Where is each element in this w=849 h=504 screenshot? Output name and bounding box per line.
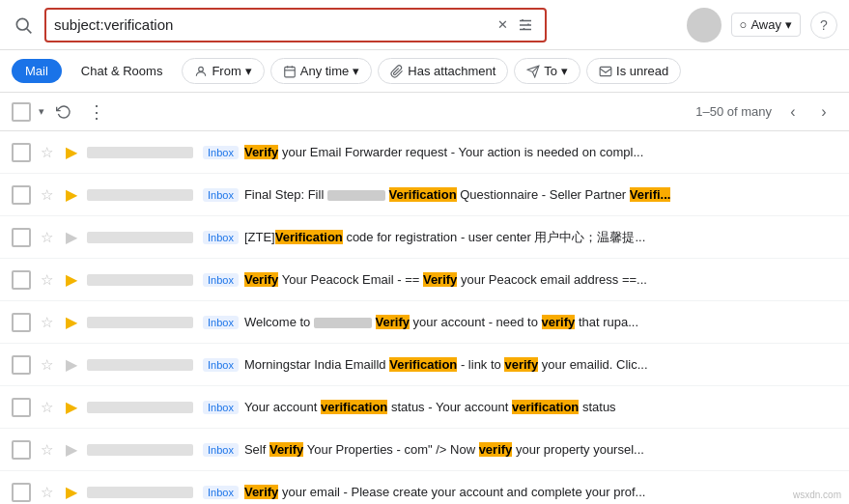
star-icon[interactable]: ☆ — [37, 185, 56, 205]
important-icon[interactable]: ▶ — [62, 398, 81, 417]
inbox-badge: Inbox — [203, 273, 239, 287]
search-box: ✕ — [44, 8, 547, 42]
more-icon: ⋮ — [88, 101, 106, 123]
email-subject: Welcome to Verify your account - need to… — [244, 315, 837, 329]
filter-to-button[interactable]: To ▾ — [514, 58, 580, 84]
sender-name — [87, 189, 193, 201]
email-subject: Morningstar India Emailld Verification -… — [244, 357, 837, 372]
filter-to-chevron: ▾ — [561, 64, 568, 78]
email-subject: Verify your Email Forwarder request - Yo… — [244, 145, 837, 159]
checkbox-icon — [12, 102, 31, 122]
star-icon[interactable]: ☆ — [37, 313, 56, 332]
email-row[interactable]: ☆▶InboxFinal Step: Fill Verification Que… — [0, 174, 849, 216]
inbox-badge: Inbox — [203, 146, 239, 159]
next-page-button[interactable]: › — [810, 98, 837, 126]
filter-attachment-button[interactable]: Has attachment — [378, 58, 508, 84]
toolbar-right: 1–50 of many ‹ › — [695, 98, 837, 126]
refresh-button[interactable] — [50, 98, 77, 126]
search-clear-button[interactable]: ✕ — [491, 14, 514, 37]
inbox-badge: Inbox — [203, 231, 239, 244]
sender-name — [87, 317, 193, 328]
search-settings-icon[interactable] — [514, 14, 537, 37]
inbox-badge: Inbox — [203, 188, 239, 202]
email-row[interactable]: ☆▶InboxSelf Verify Your Properties - com… — [0, 429, 849, 471]
row-checkbox[interactable] — [12, 483, 31, 502]
sender-name — [87, 274, 193, 286]
toolbar: ▾ ⋮ 1–50 of many ‹ › — [0, 93, 849, 131]
page-count: 1–50 of many — [695, 104, 772, 119]
filter-unread-label: Is unread — [616, 64, 668, 78]
row-checkbox[interactable] — [12, 398, 31, 417]
more-options-button[interactable]: ⋮ — [83, 98, 110, 126]
important-icon[interactable]: ▶ — [62, 483, 81, 502]
filter-to-label: To — [544, 64, 557, 78]
filter-from-button[interactable]: From ▾ — [182, 58, 264, 84]
star-icon[interactable]: ☆ — [37, 270, 56, 290]
away-icon: ○ — [740, 17, 748, 32]
search-input[interactable] — [54, 16, 491, 33]
filter-unread-button[interactable]: Is unread — [586, 58, 681, 84]
filter-from-label: From — [212, 64, 241, 78]
star-icon[interactable]: ☆ — [37, 440, 56, 460]
row-checkbox[interactable] — [12, 270, 31, 290]
row-checkbox[interactable] — [12, 143, 31, 162]
email-subject: [ZTE]Verification code for registration … — [244, 229, 837, 246]
star-icon[interactable]: ☆ — [37, 355, 56, 375]
important-icon[interactable]: ▶ — [62, 440, 81, 460]
filter-time-label: Any time — [300, 64, 350, 78]
email-row[interactable]: ☆▶InboxVerify your email - Please create… — [0, 471, 849, 504]
email-subject: Verify Your Peacock Email - == Verify yo… — [244, 272, 837, 287]
away-label: Away — [750, 17, 781, 32]
star-icon[interactable]: ☆ — [37, 143, 56, 162]
sender-name — [87, 359, 193, 371]
email-row[interactable]: ☆▶Inbox[ZTE]Verification code for regist… — [0, 216, 849, 259]
svg-point-8 — [199, 67, 204, 71]
sender-name — [87, 444, 193, 456]
select-all-checkbox[interactable]: ▾ — [12, 102, 44, 122]
email-list: ☆▶InboxVerify your Email Forwarder reque… — [0, 131, 849, 504]
email-subject: Verify your email - Please create your a… — [244, 485, 837, 499]
star-icon[interactable]: ☆ — [37, 483, 56, 502]
row-checkbox[interactable] — [12, 355, 31, 375]
email-subject: Your account verification status - Your … — [244, 400, 837, 414]
search-icon[interactable] — [12, 14, 35, 37]
svg-point-0 — [16, 18, 28, 30]
page-nav: ‹ › — [779, 98, 837, 126]
email-row[interactable]: ☆▶InboxWelcome to Verify your account - … — [0, 301, 849, 344]
important-icon[interactable]: ▶ — [62, 355, 81, 375]
email-row[interactable]: ☆▶InboxMorningstar India Emailld Verific… — [0, 344, 849, 386]
tab-mail[interactable]: Mail — [12, 59, 62, 83]
email-row[interactable]: ☆▶InboxVerify your Email Forwarder reque… — [0, 131, 849, 174]
email-row[interactable]: ☆▶InboxVerify Your Peacock Email - == Ve… — [0, 259, 849, 301]
filter-time-button[interactable]: Any time ▾ — [270, 58, 373, 84]
sender-name — [87, 487, 193, 498]
header-right: ○ Away ▾ ? — [687, 8, 837, 42]
important-icon[interactable]: ▶ — [62, 313, 81, 332]
avatar — [687, 8, 722, 42]
away-chevron-icon: ▾ — [785, 17, 792, 32]
email-row[interactable]: ☆▶InboxYour account verification status … — [0, 386, 849, 429]
svg-line-1 — [27, 28, 32, 33]
prev-page-button[interactable]: ‹ — [779, 98, 807, 126]
row-checkbox[interactable] — [12, 228, 31, 247]
important-icon[interactable]: ▶ — [62, 185, 81, 205]
sender-name — [87, 147, 193, 158]
inbox-badge: Inbox — [203, 401, 239, 414]
important-icon[interactable]: ▶ — [62, 228, 81, 247]
row-checkbox[interactable] — [12, 185, 31, 205]
row-checkbox[interactable] — [12, 313, 31, 332]
inbox-badge: Inbox — [203, 486, 239, 499]
important-icon[interactable]: ▶ — [62, 143, 81, 162]
inbox-badge: Inbox — [203, 358, 239, 372]
star-icon[interactable]: ☆ — [37, 398, 56, 417]
away-button[interactable]: ○ Away ▾ — [731, 13, 801, 37]
inbox-badge: Inbox — [203, 316, 239, 329]
help-button[interactable]: ? — [810, 12, 837, 39]
row-checkbox[interactable] — [12, 440, 31, 460]
important-icon[interactable]: ▶ — [62, 270, 81, 290]
tab-chat-rooms[interactable]: Chat & Rooms — [68, 59, 177, 83]
toolbar-left: ▾ ⋮ — [12, 98, 110, 126]
star-icon[interactable]: ☆ — [37, 228, 56, 247]
svg-rect-9 — [284, 67, 295, 77]
email-subject: Final Step: Fill Verification Questionna… — [244, 187, 837, 202]
